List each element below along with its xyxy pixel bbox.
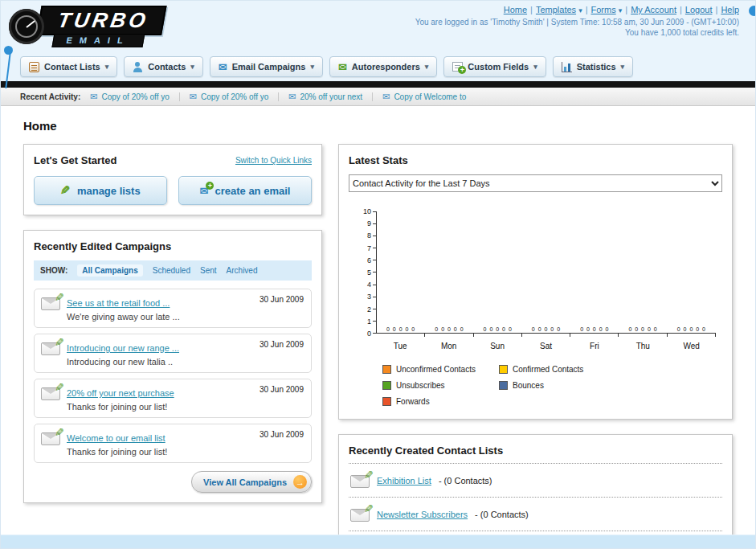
campaign-row[interactable]: ✎ Welcome to our email list Thanks for j… bbox=[34, 424, 312, 463]
link-home[interactable]: Home bbox=[504, 5, 527, 14]
recent-activity-link[interactable]: Copy of 20% off yo bbox=[101, 92, 169, 101]
campaign-row[interactable]: ✎ See us at the retail food ... We're gi… bbox=[34, 289, 312, 328]
legend-item: Forwards bbox=[382, 397, 499, 406]
link-help[interactable]: Help bbox=[721, 5, 739, 14]
link-my-account[interactable]: My Account bbox=[631, 5, 676, 14]
contact-list-link[interactable]: Newsletter Subscribers bbox=[377, 510, 468, 519]
switch-quick-links-link[interactable]: Switch to Quick Links bbox=[235, 156, 312, 165]
campaign-date: 30 Jun 2009 bbox=[259, 340, 304, 349]
tab-autoresponders[interactable]: ✉ Autoresponders ▾ bbox=[329, 56, 437, 77]
y-axis-tick: 4 bbox=[355, 281, 376, 288]
statistics-icon bbox=[562, 62, 572, 72]
recent-activity-label: Recent Activity: bbox=[20, 92, 80, 101]
filter-all-campaigns[interactable]: All Campaigns bbox=[77, 264, 142, 277]
campaign-title-link[interactable]: 20% off your next purchase bbox=[67, 388, 174, 398]
legend-item: Unsubscribes bbox=[382, 381, 499, 390]
chart-category-group: 0 0 0 0 0 bbox=[619, 211, 667, 333]
tab-contacts[interactable]: Contacts ▾ bbox=[124, 56, 203, 77]
app-logo: TURBO EMAIL bbox=[9, 6, 163, 47]
recent-campaigns-panel: Recently Edited Campaigns SHOW: All Camp… bbox=[23, 230, 322, 503]
campaigns-title: Recently Edited Campaigns bbox=[34, 240, 312, 252]
chart-category-group: 0 0 0 0 0 bbox=[377, 211, 425, 333]
campaign-row[interactable]: ✎ 20% off your next purchase Thanks for … bbox=[34, 379, 312, 418]
manage-lists-label: manage lists bbox=[77, 185, 141, 197]
chevron-down-icon: ▾ bbox=[105, 63, 109, 71]
filter-scheduled[interactable]: Scheduled bbox=[153, 266, 190, 275]
envelope-icon: ✉ bbox=[382, 92, 390, 101]
chart-category-group: 0 0 0 0 0 bbox=[425, 211, 473, 333]
link-separator: | bbox=[680, 5, 682, 14]
chart-value-labels: 0 0 0 0 0 bbox=[522, 326, 570, 332]
tab-label: Statistics bbox=[577, 62, 616, 72]
edit-list-icon: ✎ bbox=[350, 475, 370, 488]
y-axis-tick: 5 bbox=[355, 269, 376, 276]
recent-activity-link[interactable]: Copy of Welcome to bbox=[394, 92, 466, 101]
contact-list-count: - (0 Contacts) bbox=[475, 510, 529, 519]
campaign-title-link[interactable]: Introducing our new range ... bbox=[67, 343, 179, 353]
chart-category-group: 0 0 0 0 0 bbox=[668, 211, 716, 333]
recent-activity-item[interactable]: ✉ Copy of 20% off yo bbox=[90, 92, 180, 101]
create-email-label: create an email bbox=[215, 185, 290, 197]
chart-value-labels: 0 0 0 0 0 bbox=[425, 326, 473, 332]
x-axis-label: Thu bbox=[619, 342, 667, 350]
chart-value-labels: 0 0 0 0 0 bbox=[377, 326, 425, 332]
campaign-subtitle: Thanks for joining our list! bbox=[67, 402, 304, 412]
recent-activity-item[interactable]: ✉ Copy of 20% off yo bbox=[190, 92, 280, 101]
x-axis-label: Sat bbox=[521, 342, 570, 350]
envelope-icon: ✉ bbox=[90, 92, 97, 101]
recent-activity-item[interactable]: ✉ 20% off your next bbox=[288, 92, 373, 101]
tab-label: Autoresponders bbox=[352, 62, 420, 72]
campaign-row[interactable]: ✎ Introducing our new range ... Introduc… bbox=[34, 334, 312, 373]
contacts-icon bbox=[133, 62, 143, 72]
legend-label: Bounces bbox=[513, 381, 544, 390]
chevron-down-icon: ▾ bbox=[190, 63, 194, 71]
link-forms[interactable]: Forms bbox=[591, 5, 616, 14]
view-all-campaigns-button[interactable]: View All Campaigns → bbox=[191, 471, 312, 493]
y-axis-tick: 1 bbox=[355, 318, 376, 325]
filter-sent[interactable]: Sent bbox=[200, 266, 217, 275]
chart-value-labels: 0 0 0 0 0 bbox=[668, 326, 716, 332]
legend-label: Unconfirmed Contacts bbox=[396, 365, 476, 374]
arrow-right-icon: → bbox=[293, 475, 307, 489]
campaign-title-link[interactable]: Welcome to our email list bbox=[67, 433, 166, 443]
main-nav: Contact Lists ▾ Contacts ▾ ✉ Email Campa… bbox=[1, 51, 755, 81]
custom-fields-icon bbox=[452, 62, 463, 72]
footer-bar bbox=[1, 535, 755, 548]
autoresponders-icon: ✉ bbox=[338, 62, 347, 72]
legend-swatch bbox=[382, 381, 391, 390]
filter-archived[interactable]: Archived bbox=[227, 266, 258, 275]
contact-lists-title: Recently Created Contact Lists bbox=[349, 445, 722, 464]
header-utility: Home|Templates ▾|Forms ▾|My Account|Logo… bbox=[415, 5, 739, 37]
legend-swatch bbox=[382, 397, 391, 406]
legend-swatch bbox=[499, 365, 508, 374]
contact-list-count: - (0 Contacts) bbox=[439, 476, 492, 485]
tab-statistics[interactable]: Statistics ▾ bbox=[553, 56, 633, 77]
stats-period-select[interactable]: Contact Activity for the Last 7 Days bbox=[349, 174, 722, 192]
create-email-button[interactable]: ✉+ create an email bbox=[178, 176, 312, 205]
recent-activity-link[interactable]: 20% off your next bbox=[300, 92, 363, 101]
campaign-title-link[interactable]: See us at the retail food ... bbox=[67, 298, 170, 308]
x-axis-label: Wed bbox=[668, 342, 716, 350]
x-axis-label: Tue bbox=[376, 342, 424, 350]
tab-contact-lists[interactable]: Contact Lists ▾ bbox=[20, 56, 117, 77]
chevron-down-icon: ▾ bbox=[425, 63, 429, 71]
logo-email: EMAIL bbox=[51, 34, 145, 47]
contact-list-row[interactable]: ✎ Newsletter Subscribers - (0 Contacts) bbox=[349, 498, 722, 531]
tab-email-campaigns[interactable]: ✉ Email Campaigns ▾ bbox=[210, 56, 323, 77]
speedometer-icon bbox=[9, 9, 44, 44]
chart-plot-columns: 0 0 0 0 00 0 0 0 00 0 0 0 00 0 0 0 00 0 … bbox=[377, 211, 716, 333]
view-all-campaigns-label: View All Campaigns bbox=[203, 477, 287, 487]
link-separator: | bbox=[530, 5, 533, 14]
manage-lists-button[interactable]: ✎ manage lists bbox=[34, 176, 167, 205]
tab-custom-fields[interactable]: Custom Fields ▾ bbox=[443, 56, 546, 77]
link-logout[interactable]: Logout bbox=[685, 5, 713, 14]
chevron-down-icon: ▾ bbox=[619, 6, 623, 14]
contact-list-link[interactable]: Exhibition List bbox=[377, 476, 431, 485]
recent-activity-item[interactable]: ✉ Copy of Welcome to bbox=[382, 92, 476, 101]
link-templates[interactable]: Templates bbox=[536, 5, 576, 14]
login-info: You are logged in as 'Timothy Smith' | S… bbox=[415, 18, 739, 27]
recent-activity-link[interactable]: Copy of 20% off yo bbox=[201, 92, 268, 101]
page-title: Home bbox=[23, 119, 733, 133]
edit-campaign-icon: ✎ bbox=[41, 432, 60, 445]
contact-list-row[interactable]: ✎ Exhibition List - (0 Contacts) bbox=[349, 464, 722, 498]
